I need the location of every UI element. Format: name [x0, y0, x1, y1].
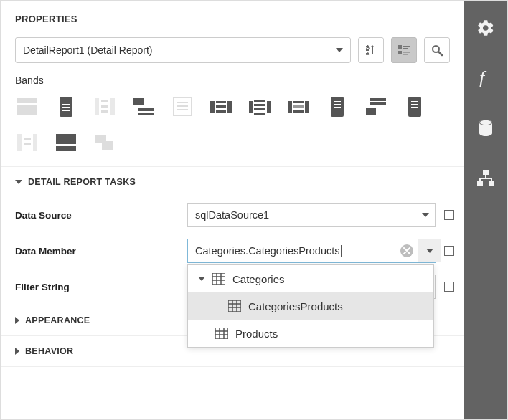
component-selector-text: DetailReport1 (Detail Report): [23, 44, 153, 56]
categorize-icon: [398, 44, 410, 57]
properties-panel: PROPERTIES DetailReport1 (Detail Report)…: [1, 1, 464, 419]
svg-rect-22: [133, 98, 144, 105]
svg-rect-65: [212, 273, 225, 285]
table-icon: [228, 300, 241, 312]
search-icon: [431, 44, 443, 57]
svg-rect-27: [177, 105, 188, 107]
svg-line-9: [438, 52, 442, 55]
chevron-right-icon: [15, 317, 19, 324]
svg-rect-41: [305, 101, 309, 113]
tree-item-categoriesproducts[interactable]: CategoriesProducts: [188, 292, 433, 320]
bands-label: Bands: [1, 75, 464, 93]
band-icon-subband[interactable]: [93, 132, 117, 153]
right-sidebar: f: [464, 1, 507, 419]
svg-rect-13: [63, 97, 69, 100]
label-data-source: Data Source: [15, 210, 187, 221]
toolbar: DetailReport1 (Detail Report) AZ: [1, 37, 464, 75]
svg-rect-3: [403, 46, 410, 47]
input-data-member[interactable]: Categories.CategoriesProducts: [187, 239, 436, 263]
svg-rect-14: [62, 104, 70, 105]
function-icon: f: [477, 68, 494, 88]
svg-rect-47: [334, 104, 341, 105]
svg-rect-48: [334, 107, 341, 108]
svg-rect-55: [411, 104, 418, 105]
section-appearance-title: APPEARANCE: [25, 315, 90, 325]
tree-item-categories[interactable]: Categories: [188, 265, 433, 292]
svg-rect-46: [334, 101, 341, 102]
svg-text:A: A: [366, 44, 370, 49]
band-icon-topmargin[interactable]: [15, 96, 39, 118]
svg-rect-2: [398, 45, 402, 49]
svg-rect-30: [227, 101, 232, 113]
svg-rect-39: [254, 113, 265, 115]
svg-rect-21: [101, 110, 108, 113]
svg-rect-56: [411, 107, 418, 108]
band-icon-6[interactable]: [248, 96, 272, 118]
band-icon-bottommargin[interactable]: [54, 132, 78, 153]
row-data-source: Data Source sqlDataSource1: [1, 197, 464, 233]
chevron-down-icon: [336, 48, 343, 52]
section-behavior-title: BEHAVIOR: [25, 346, 73, 356]
tree-icon: [476, 169, 495, 188]
categorize-button[interactable]: [391, 37, 417, 63]
section-tasks-header[interactable]: DETAIL REPORT TASKS: [1, 166, 464, 197]
sidebar-settings[interactable]: [471, 14, 500, 42]
marker-filter-string[interactable]: [444, 282, 454, 292]
svg-rect-11: [17, 105, 37, 115]
band-icon-detail[interactable]: [170, 96, 194, 118]
section-tasks-title: DETAIL REPORT TASKS: [28, 177, 136, 187]
svg-rect-31: [216, 101, 226, 103]
clear-button[interactable]: [400, 244, 413, 257]
band-icon-groupfooter[interactable]: [364, 96, 388, 118]
table-icon: [212, 273, 225, 285]
panel-title: PROPERTIES: [1, 1, 464, 37]
svg-rect-7: [403, 54, 408, 55]
label-data-member: Data Member: [15, 246, 187, 257]
band-icon-11[interactable]: [15, 132, 39, 153]
band-icon-reportfooter[interactable]: [325, 96, 349, 118]
gear-icon: [476, 19, 495, 37]
svg-rect-70: [228, 300, 241, 312]
tree-label-categories: Categories: [232, 273, 285, 285]
band-icon-groupheader[interactable]: [131, 96, 156, 118]
sidebar-expressions[interactable]: f: [471, 64, 500, 92]
svg-rect-40: [288, 101, 292, 113]
sidebar-explorer[interactable]: [471, 164, 500, 193]
band-icon-reportheader[interactable]: [54, 96, 78, 118]
value-data-source: sqlDataSource1: [195, 209, 269, 221]
marker-data-member[interactable]: [444, 246, 454, 256]
database-icon: [477, 119, 494, 138]
svg-rect-4: [403, 48, 408, 49]
svg-rect-33: [216, 110, 226, 113]
svg-rect-38: [254, 108, 265, 110]
tree-item-products[interactable]: Products: [188, 320, 433, 347]
close-icon: [403, 247, 410, 254]
sort-button[interactable]: AZ: [358, 37, 384, 63]
svg-rect-42: [293, 101, 304, 103]
svg-rect-18: [110, 98, 115, 115]
band-icon-detailreport[interactable]: [209, 96, 233, 118]
svg-rect-5: [398, 51, 402, 54]
chevron-right-icon: [15, 348, 19, 355]
input-data-source[interactable]: sqlDataSource1: [187, 203, 436, 227]
svg-rect-61: [56, 134, 76, 144]
search-button[interactable]: [424, 37, 450, 63]
svg-rect-17: [95, 98, 99, 115]
component-selector[interactable]: DetailReport1 (Detail Report): [15, 37, 351, 63]
label-filter-string: Filter String: [15, 282, 187, 292]
band-icon-pagefooter[interactable]: [403, 96, 427, 118]
svg-rect-10: [17, 98, 37, 103]
svg-rect-34: [249, 101, 253, 113]
marker-data-source[interactable]: [444, 210, 454, 220]
svg-rect-85: [477, 181, 483, 186]
chevron-down-icon: [198, 277, 205, 281]
svg-text:Z: Z: [366, 51, 370, 56]
sidebar-datasources[interactable]: [471, 114, 500, 143]
svg-rect-20: [101, 105, 108, 108]
bands-grid: [1, 93, 460, 166]
band-icon-7[interactable]: [286, 96, 311, 118]
svg-rect-32: [216, 105, 226, 108]
svg-rect-75: [215, 328, 228, 339]
dropdown-toggle[interactable]: [418, 239, 441, 262]
band-icon-pageheader[interactable]: [93, 96, 117, 118]
